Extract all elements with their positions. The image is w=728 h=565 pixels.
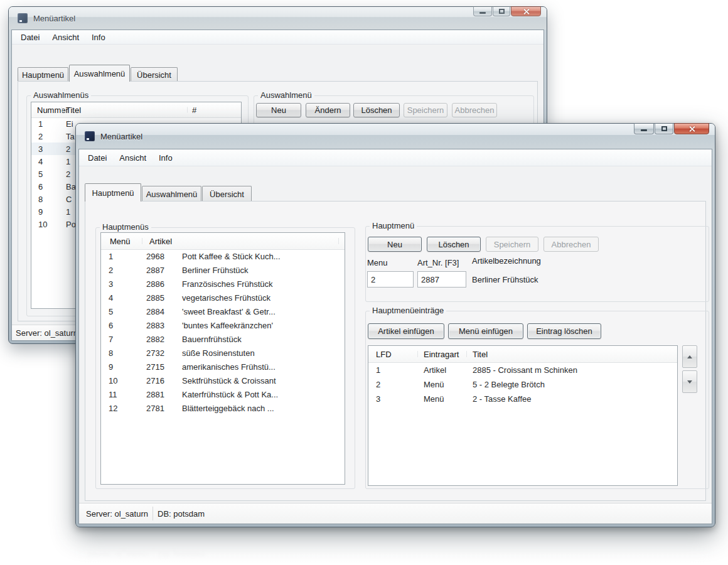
- menu-datei[interactable]: Datei: [82, 149, 113, 166]
- titlebar[interactable]: Menüartikel: [76, 124, 715, 149]
- status-server: Server: ol_saturn: [86, 509, 148, 519]
- minimize-icon: [641, 129, 647, 131]
- menubar: Datei Ansicht Info: [12, 30, 543, 45]
- menubar: Datei Ansicht Info: [79, 149, 712, 166]
- table-row[interactable]: 52884'sweet Breakfast' & Getr...: [101, 304, 345, 318]
- minimize-button[interactable]: [473, 6, 492, 16]
- header-separator: [417, 351, 418, 357]
- group-hauptmenues-label: Hauptmenüs: [100, 222, 151, 232]
- header-separator: [187, 107, 188, 113]
- table-row[interactable]: 1Artikel2885 - Croissant m Schinken: [368, 362, 677, 377]
- header-separator: [142, 238, 142, 244]
- col-artikel: Artikel: [149, 237, 172, 246]
- artikelbezeichnung-label: Artikelbezeichnung: [472, 256, 541, 266]
- list-header: Menü Artikel: [101, 233, 345, 250]
- app-icon: [18, 13, 28, 23]
- table-row[interactable]: 3Menü2 - Tasse Kaffee: [368, 391, 677, 406]
- artnr-field-label: Art_Nr. [F3]: [417, 258, 459, 267]
- header-separator: [338, 238, 339, 244]
- aendern-button[interactable]: Ändern: [306, 103, 350, 117]
- col-titel: Titel: [66, 105, 81, 115]
- close-button[interactable]: [674, 123, 709, 134]
- reflection-fade: [56, 527, 728, 565]
- artnr-input[interactable]: [417, 271, 466, 288]
- menu-field-label: Menu: [367, 258, 388, 267]
- abbrechen-button: Abbrechen: [543, 237, 599, 252]
- table-row[interactable]: 62883'buntes Kaffeekränzchen': [101, 318, 345, 332]
- col-lfd: LFD: [376, 350, 392, 359]
- eintrag-loeschen-button[interactable]: Eintrag löschen: [527, 323, 601, 339]
- maximize-icon: [499, 9, 505, 14]
- status-db: DB: potsdam: [158, 509, 205, 519]
- menu-input[interactable]: [367, 271, 414, 288]
- scroll-down-button[interactable]: [682, 370, 697, 393]
- loeschen-button[interactable]: Löschen: [427, 237, 481, 252]
- desktop: Menüartikel Datei Ansicht Info Hauptmenü…: [0, 0, 728, 565]
- artikel-einfuegen-button[interactable]: Artikel einfügen: [368, 323, 444, 339]
- hauptmenues-list[interactable]: Menü Artikel 12968Pott Kaffee & Stück Ku…: [100, 232, 345, 485]
- chevron-up-icon: [687, 355, 692, 358]
- tab-auswahlmenu[interactable]: Auswahlmenü: [69, 65, 130, 82]
- table-row[interactable]: 72882Bauernfrühstück: [101, 332, 345, 346]
- col-eintragart: Eintragart: [424, 350, 459, 359]
- table-row[interactable]: 82732süße Rosinenstuten: [101, 346, 345, 360]
- menu-einfuegen-button[interactable]: Menü einfügen: [448, 323, 523, 339]
- menu-ansicht[interactable]: Ansicht: [46, 30, 85, 44]
- table-row[interactable]: 12968Pott Kaffee & Stück Kuch...: [101, 249, 345, 263]
- minimize-button[interactable]: [634, 123, 654, 134]
- window-title: Menüartikel: [100, 132, 142, 141]
- tab-uebersicht[interactable]: Übersicht: [131, 67, 178, 82]
- speichern-button: Speichern: [486, 237, 538, 252]
- speichern-button: Speichern: [404, 103, 447, 117]
- tab-auswahlmenu[interactable]: Auswahlmenü: [142, 186, 201, 202]
- table-row[interactable]: 92715amerikanisches Frühstü...: [101, 360, 345, 374]
- group-auswahlmenu-label: Auswahlmenü: [258, 90, 314, 100]
- tab-hauptmenu[interactable]: Hauptmenü: [85, 183, 141, 202]
- window-menueartikel-front: Menüartikel Datei Ansicht Info Hauptmenü…: [75, 123, 715, 527]
- maximize-button[interactable]: [655, 123, 673, 134]
- abbrechen-button: Abbrechen: [452, 103, 497, 117]
- table-row[interactable]: 112881Katerfrühstück & Pott Ka...: [101, 387, 345, 401]
- status-server: Server: ol_saturn: [16, 328, 78, 338]
- list-rows: 12968Pott Kaffee & Stück Kuch... 22887Be…: [101, 249, 345, 484]
- table-rows: 1Artikel2885 - Croissant m Schinken 2Men…: [368, 362, 677, 485]
- col-titel: Titel: [473, 350, 488, 359]
- loeschen-button[interactable]: Löschen: [353, 103, 400, 117]
- table-row[interactable]: 22887Berliner Frühstück: [101, 263, 345, 277]
- close-icon: [523, 8, 530, 15]
- menu-datei[interactable]: Datei: [14, 30, 46, 44]
- statusbar: Server: ol_saturn DB: potsdam: [79, 503, 712, 524]
- neu-button[interactable]: Neu: [368, 237, 422, 252]
- close-button[interactable]: [511, 6, 541, 16]
- col-menu: Menü: [110, 237, 131, 246]
- list-header: Nummer Titel #: [31, 102, 241, 118]
- table-row[interactable]: 42885vegetarisches Frühstück: [101, 291, 345, 304]
- group-auswahlmenues-label: Auswahlmenüs: [31, 90, 91, 100]
- scroll-up-button[interactable]: [682, 345, 697, 368]
- close-icon: [688, 126, 695, 132]
- table-row[interactable]: 2Menü5 - 2 Belegte Brötch: [368, 377, 677, 391]
- titlebar[interactable]: Menüartikel: [9, 7, 547, 30]
- col-nummer: Nummer: [37, 105, 68, 115]
- col-count: #: [192, 105, 196, 115]
- neu-button[interactable]: Neu: [256, 103, 301, 117]
- eintraege-table[interactable]: LFD Eintragart Titel 1Artikel2885 - Croi…: [368, 345, 678, 486]
- tab-uebersicht[interactable]: Übersicht: [202, 186, 252, 202]
- artikelbezeichnung-value: Berliner Frühstück: [472, 275, 538, 284]
- app-icon: [85, 131, 95, 141]
- window-title: Menüartikel: [33, 14, 75, 23]
- menu-ansicht[interactable]: Ansicht: [113, 149, 153, 166]
- statusbar-divider: [153, 507, 153, 520]
- table-header: LFD Eintragart Titel: [368, 346, 677, 363]
- menu-info[interactable]: Info: [153, 149, 179, 166]
- header-separator: [62, 107, 62, 113]
- minimize-icon: [479, 12, 486, 14]
- group-hauptmenu-label: Hauptmenü: [370, 221, 417, 230]
- maximize-button[interactable]: [493, 6, 510, 16]
- table-row[interactable]: 122781Blätterteiggebäck nach ...: [101, 401, 345, 415]
- menu-info[interactable]: Info: [85, 30, 112, 44]
- table-row[interactable]: 32886Französisches Frühstück: [101, 277, 345, 291]
- tab-hauptmenu[interactable]: Hauptmenü: [18, 67, 68, 82]
- group-hauptmenueeintraege-label: Hauptmenüeinträge: [370, 306, 446, 315]
- table-row[interactable]: 102716Sektfrühstück & Croissant: [101, 374, 345, 387]
